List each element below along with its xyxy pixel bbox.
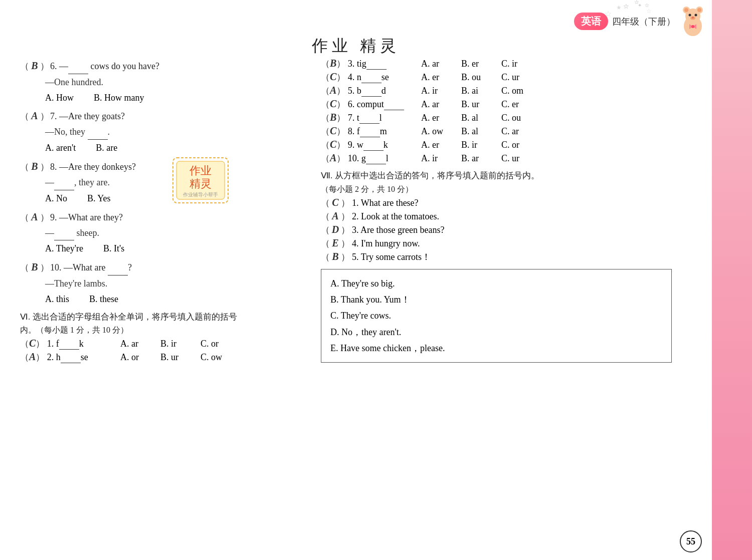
main-title: 作业 精灵 xyxy=(0,35,712,57)
answer-A: A. They're so big. xyxy=(330,275,662,292)
s6-item-3: （B） 3. tig A. ar B. er C. ir xyxy=(321,58,672,70)
header-star-2: ☆ xyxy=(634,0,639,6)
question-7: （ A ） 7. —Are they goats? —No, they . A.… xyxy=(20,108,306,155)
svg-point-12 xyxy=(691,25,694,28)
svg-point-6 xyxy=(689,14,691,17)
s6-item-7: （B） 7. t l A. er B. al C. ou xyxy=(321,112,672,124)
subject-label: 英语 xyxy=(581,15,601,28)
s7-item-4: （E） 4. I'm hungry now. xyxy=(321,237,672,249)
question-10: （ B ） 10. —What are ? —They're lambs. A.… xyxy=(20,259,306,306)
svg-point-3 xyxy=(684,8,688,12)
section7-header: Ⅶ. 从方框中选出合适的答句，将序号填入题前的括号内。 xyxy=(321,169,672,182)
answer-D: D. No，they aren't. xyxy=(330,324,662,340)
pink-star-5: ✦ xyxy=(701,301,711,315)
svg-text:作业辅导小帮手: 作业辅导小帮手 xyxy=(182,192,218,197)
pink-star-4: ☆ xyxy=(700,225,711,239)
header-star-3: ☆ xyxy=(645,3,649,8)
s7-item-1: （C） 1. What are these? xyxy=(321,197,672,209)
section6-sub: 内。（每小题 1 分，共 10 分） xyxy=(20,325,306,336)
svg-point-9 xyxy=(692,17,694,19)
page-number: 55 xyxy=(680,530,702,552)
s6-item-2: （A） 2. h se A. or B. ur C. ow xyxy=(20,351,306,363)
pink-star-6: ☆ xyxy=(700,376,711,390)
s6-item-10: （A） 10. g l A. ir B. ar C. ur xyxy=(321,152,672,164)
section7-sub: （每小题 2 分，共 10 分） xyxy=(321,184,672,195)
s6-item-9: （C） 9. w k A. er B. ir C. or xyxy=(321,139,672,151)
answer-E: E. Have some chicken，please. xyxy=(330,340,662,356)
svg-point-5 xyxy=(697,8,701,12)
s6-item-6: （C） 6. comput A. ar B. ur C. er xyxy=(321,98,672,110)
pink-star-3: ✦ xyxy=(701,150,711,164)
grade-label: 四年级（下册） xyxy=(612,16,675,28)
bear-icon xyxy=(679,5,707,38)
question-8: （ B ） 8. —Are they donkeys? — , they are… xyxy=(20,158,306,206)
s7-item-5: （B） 5. Try some carrots！ xyxy=(321,251,672,263)
question-9: （ A ） 9. —What are they? — sheep. A. The… xyxy=(20,209,306,256)
left-column: （ B ） 6. — cows do you have? —One hundre… xyxy=(20,58,306,365)
svg-point-7 xyxy=(695,14,697,17)
section6-header: Ⅵ. 选出合适的字母组合补全单词，将序号填入题前的括号 xyxy=(20,311,306,324)
subject-badge: 英语 xyxy=(574,13,608,30)
pink-sidebar xyxy=(712,0,752,560)
pink-star-2: ☆ xyxy=(700,90,711,104)
question-6: （ B ） 6. — cows do you have? —One hundre… xyxy=(20,58,306,105)
header: ☆ ☆ ☆ 英语 四年级（下册） xyxy=(574,5,707,38)
s6-item-1: （C） 1. f k A. ar B. ir C. or xyxy=(20,338,306,350)
svg-text:作业: 作业 xyxy=(189,164,212,177)
answer-C: C. They're cows. xyxy=(330,308,662,324)
page: ☆ ★ ☆ ✦ ☆ ✦ ☆ ✦ ☆ ✦ ☆ ☆ ☆ ☆ 英语 四年级（下册） xyxy=(0,0,752,560)
pink-star-1: ✦ xyxy=(701,60,711,74)
answer-box: A. They're so big. B. Thank you. Yum！ C.… xyxy=(321,269,672,363)
svg-text:精灵: 精灵 xyxy=(190,177,212,190)
right-column: （B） 3. tig A. ar B. er C. ir （C） 4. n se… xyxy=(321,58,672,363)
s7-item-3: （D） 3. Are those green beans? xyxy=(321,224,672,236)
s6-item-4: （C） 4. n se A. er B. ou C. ur xyxy=(321,71,672,83)
content-area: （ B ） 6. — cows do you have? —One hundre… xyxy=(20,58,707,555)
stamp: 作业 精灵 作业辅导小帮手 xyxy=(170,155,231,205)
s7-item-2: （A） 2. Look at the tomatoes. xyxy=(321,210,672,222)
answer-B: B. Thank you. Yum！ xyxy=(330,292,662,308)
s6-item-8: （C） 8. f m A. ow B. al C. ar xyxy=(321,125,672,137)
header-star-1: ☆ xyxy=(623,3,629,11)
s6-item-5: （A） 5. b d A. ir B. ai C. om xyxy=(321,85,672,97)
